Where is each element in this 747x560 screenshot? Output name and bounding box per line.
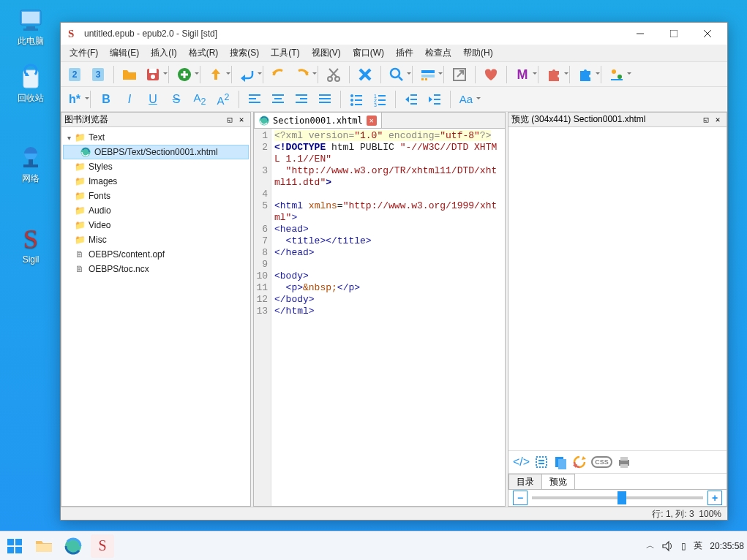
align-left-icon[interactable] <box>244 89 266 110</box>
select-all-icon[interactable] <box>534 455 549 469</box>
tree-file-section[interactable]: OEBPS/Text/Section0001.xhtml <box>63 145 249 159</box>
zoom-out-button[interactable]: − <box>513 491 528 505</box>
tab-toc[interactable]: 目录 <box>508 474 542 489</box>
tree-file-opf[interactable]: ▸🗎OEBPS/content.opf <box>63 247 249 262</box>
epub3-icon[interactable]: 3 <box>87 64 109 85</box>
bullet-list-icon[interactable] <box>345 89 367 110</box>
bold-icon[interactable]: B <box>95 89 117 110</box>
align-center-icon[interactable] <box>267 89 289 110</box>
case-icon[interactable]: Aa <box>455 89 477 110</box>
menu-format[interactable]: 格式(R) <box>183 45 225 61</box>
titlebar[interactable]: S untitled.epub - epub2.0 - Sigil [std] <box>61 23 727 45</box>
add-icon[interactable] <box>173 64 195 85</box>
desktop-icon-sigil[interactable]: S Sigil <box>6 224 56 265</box>
align-right-icon[interactable] <box>290 89 312 110</box>
menu-search[interactable]: 搜索(S) <box>224 45 265 61</box>
zoom-in-button[interactable]: + <box>707 491 722 505</box>
menu-window[interactable]: 窗口(W) <box>347 45 390 61</box>
menu-tools[interactable]: 工具(T) <box>265 45 305 61</box>
save-icon[interactable] <box>142 64 164 85</box>
external-icon[interactable] <box>448 64 470 85</box>
print-icon[interactable] <box>617 455 631 469</box>
puzzle-icon[interactable] <box>543 64 565 85</box>
numbered-list-icon[interactable]: 123 <box>369 89 391 110</box>
file-tree[interactable]: ▾📁Text OEBPS/Text/Section0001.xhtml ▸📁St… <box>61 127 250 506</box>
svg-rect-37 <box>425 78 427 80</box>
tray-chevron-icon[interactable]: ︿ <box>646 540 655 552</box>
menu-view[interactable]: 视图(V) <box>306 45 347 61</box>
tree-folder-fonts[interactable]: ▸📁Fonts <box>63 189 249 203</box>
undo-icon[interactable] <box>268 64 290 85</box>
editor-tab-section[interactable]: Section0001.xhtml ✕ <box>254 112 382 128</box>
code-editor[interactable]: <?xml version="1.0" encoding="utf-8"?> <… <box>271 129 505 506</box>
maximize-button[interactable] <box>657 23 691 45</box>
tree-folder-text[interactable]: ▾📁Text <box>63 130 249 145</box>
zoom-level: 100% <box>699 509 721 519</box>
menu-checkpoint[interactable]: 检查点 <box>419 45 457 61</box>
tree-folder-video[interactable]: ▸📁Video <box>63 218 249 232</box>
fix-icon[interactable] <box>354 64 376 85</box>
align-justify-icon[interactable] <box>314 89 336 110</box>
settings-icon[interactable] <box>606 64 628 85</box>
minimize-button[interactable] <box>623 23 657 45</box>
tree-folder-images[interactable]: ▸📁Images <box>63 174 249 189</box>
svg-text:3: 3 <box>96 69 101 80</box>
outdent-icon[interactable] <box>400 89 422 110</box>
redo-icon[interactable] <box>291 64 313 85</box>
menu-help[interactable]: 帮助(H) <box>457 45 499 61</box>
panel-close-icon[interactable]: ✕ <box>236 114 247 126</box>
panel-float-icon[interactable]: ◱ <box>700 114 712 126</box>
panel-close-icon[interactable]: ✕ <box>712 114 724 126</box>
strikethrough-icon[interactable]: S <box>165 89 187 110</box>
desktop-icon-network[interactable]: 网络 <box>6 143 56 185</box>
tab-close-icon[interactable]: ✕ <box>367 116 377 126</box>
tray-ime-label[interactable]: ▯ <box>681 541 686 551</box>
tree-folder-styles[interactable]: ▸📁Styles <box>63 159 249 174</box>
heading-icon[interactable]: h* <box>64 89 86 110</box>
search-icon[interactable] <box>386 64 408 85</box>
gear-puzzle-icon[interactable] <box>574 64 596 85</box>
tab-preview[interactable]: 预览 <box>541 474 575 489</box>
open-icon[interactable] <box>119 64 140 85</box>
desktop-icon-recycle-bin[interactable]: 回收站 <box>6 63 56 105</box>
taskbar-edge[interactable] <box>61 534 85 558</box>
menu-file[interactable]: 文件(F) <box>64 45 104 61</box>
svg-rect-35 <box>421 75 435 77</box>
close-button[interactable] <box>691 23 724 45</box>
start-button[interactable] <box>3 534 26 558</box>
tray-clock[interactable]: 20:35:58 <box>710 541 744 551</box>
zoom-slider[interactable] <box>532 496 703 499</box>
tray-volume-icon[interactable] <box>662 540 674 552</box>
m-icon[interactable]: M <box>511 64 533 85</box>
tree-file-ncx[interactable]: ▸🗎OEBPS/toc.ncx <box>63 262 249 276</box>
css-icon[interactable]: CSS <box>591 456 612 468</box>
upload-icon[interactable] <box>205 64 227 85</box>
link-back-icon[interactable] <box>236 64 258 85</box>
cut-icon[interactable] <box>323 64 345 85</box>
panel-float-icon[interactable]: ◱ <box>224 114 236 126</box>
desktop-icon-this-pc[interactable]: 此电脑 <box>6 6 56 48</box>
svg-marker-72 <box>429 97 432 102</box>
taskbar-sigil[interactable]: S <box>91 534 114 558</box>
tray-lang-label[interactable]: 英 <box>694 540 702 552</box>
reload-icon[interactable] <box>572 455 587 469</box>
underline-icon[interactable]: U <box>142 89 164 110</box>
menu-edit[interactable]: 编辑(E) <box>104 45 145 61</box>
superscript-icon[interactable]: A2 <box>212 89 234 110</box>
menu-insert[interactable]: 插入(I) <box>145 45 182 61</box>
taskbar-explorer[interactable] <box>32 534 56 558</box>
svg-rect-82 <box>558 459 566 469</box>
indent-icon[interactable] <box>424 89 446 110</box>
code-view-icon[interactable]: </> <box>513 455 530 469</box>
metadata-icon[interactable] <box>417 64 439 85</box>
menu-plugins[interactable]: 插件 <box>390 45 419 61</box>
italic-icon[interactable]: I <box>119 89 140 110</box>
copy-icon[interactable] <box>553 455 568 469</box>
subscript-icon[interactable]: A2 <box>189 89 211 110</box>
epub2-icon[interactable]: 2 <box>64 64 86 85</box>
favorite-icon[interactable] <box>480 64 502 85</box>
svg-rect-87 <box>620 464 628 468</box>
tree-folder-misc[interactable]: ▸📁Misc <box>63 232 249 247</box>
tree-folder-audio[interactable]: ▸📁Audio <box>63 203 249 218</box>
svg-rect-18 <box>149 69 157 73</box>
